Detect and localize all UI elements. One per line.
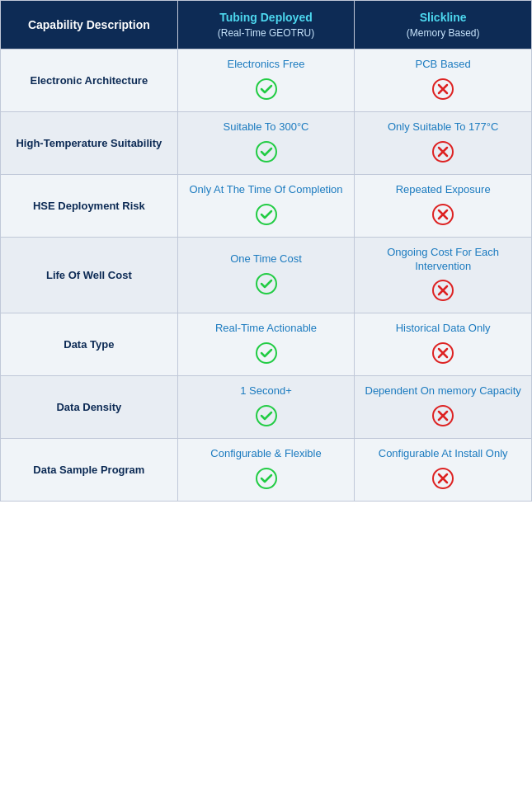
header-tubing-label: Tubing Deployed [219, 11, 313, 24]
svg-point-4 [257, 142, 276, 162]
table-row: Electronic ArchitectureElectronics Free … [1, 49, 532, 112]
check-icon [256, 141, 277, 166]
row-label-3: Life Of Well Cost [1, 237, 178, 313]
cross-icon [432, 468, 454, 492]
svg-point-0 [257, 79, 276, 99]
row-label-2: HSE Deployment Risk [1, 174, 178, 237]
table-row: Data Density1 Second+ Dependent On memor… [1, 376, 532, 439]
row-col3-text-6: Configurable At Install Only [379, 447, 508, 461]
row-col2-text-1: Suitable To 300°C [224, 120, 309, 134]
cross-icon [432, 78, 454, 103]
row-col2-4: Real-Time Actionable [177, 313, 355, 376]
table-row: Data TypeReal-Time Actionable Historical… [1, 313, 532, 376]
row-col3-1: Only Suitable To 177°C [355, 111, 532, 174]
check-icon [256, 78, 277, 103]
row-col3-text-0: PCB Based [416, 58, 471, 72]
table-row: Life Of Well CostOne Time Cost Ongoing C… [1, 237, 532, 313]
cross-icon [432, 141, 454, 166]
check-icon [256, 405, 277, 430]
svg-point-16 [257, 343, 276, 363]
row-col2-3: One Time Cost [177, 237, 355, 313]
header-capability-label: Capability Description [28, 18, 150, 31]
row-col2-0: Electronics Free [177, 49, 355, 112]
cross-icon [432, 342, 454, 367]
cross-icon [432, 405, 454, 430]
check-icon [256, 468, 277, 492]
row-col2-text-2: Only At The Time Of Completion [189, 183, 342, 197]
check-icon [256, 204, 277, 228]
comparison-table: Capability Description Tubing Deployed (… [0, 0, 532, 502]
row-col3-5: Dependent On memory Capacity [355, 376, 532, 439]
cross-icon [432, 280, 454, 304]
row-col2-1: Suitable To 300°C [177, 111, 355, 174]
svg-point-24 [257, 469, 276, 488]
svg-point-12 [257, 274, 276, 294]
header-tubing-subtitle: (Real-Time GEOTRU) [185, 27, 348, 39]
check-icon [256, 342, 277, 367]
check-icon [256, 273, 277, 298]
row-col2-text-4: Real-Time Actionable [215, 322, 317, 336]
table-row: Data Sample ProgramConfigurable & Flexib… [1, 439, 532, 502]
row-col2-text-6: Configurable & Flexible [210, 447, 321, 461]
row-col3-text-5: Dependent On memory Capacity [365, 384, 521, 398]
row-col3-text-1: Only Suitable To 177°C [388, 120, 498, 134]
svg-point-8 [257, 205, 276, 224]
row-col3-text-3: Ongoing Cost For Each Intervention [361, 246, 525, 274]
row-label-6: Data Sample Program [1, 439, 178, 502]
cross-icon [432, 204, 454, 228]
row-label-5: Data Density [1, 376, 178, 439]
row-label-4: Data Type [1, 313, 178, 376]
row-label-0: Electronic Architecture [1, 49, 178, 112]
header-slickline: Slickline (Memory Based) [355, 1, 532, 49]
row-col3-text-4: Historical Data Only [396, 322, 491, 336]
header-slickline-label: Slickline [420, 11, 467, 24]
row-col2-text-0: Electronics Free [228, 58, 305, 72]
row-col3-2: Repeated Exposure [355, 174, 532, 237]
header-slickline-subtitle: (Memory Based) [361, 27, 525, 39]
row-col3-4: Historical Data Only [355, 313, 532, 376]
table-row: HSE Deployment RiskOnly At The Time Of C… [1, 174, 532, 237]
header-tubing: Tubing Deployed (Real-Time GEOTRU) [177, 1, 355, 49]
row-col2-2: Only At The Time Of Completion [177, 174, 355, 237]
row-label-1: High-Temperature Suitability [1, 111, 178, 174]
row-col2-5: 1 Second+ [177, 376, 355, 439]
row-col3-0: PCB Based [355, 49, 532, 112]
row-col3-6: Configurable At Install Only [355, 439, 532, 502]
row-col2-6: Configurable & Flexible [177, 439, 355, 502]
svg-point-20 [257, 406, 276, 426]
row-col2-text-5: 1 Second+ [240, 384, 292, 398]
row-col3-text-2: Repeated Exposure [396, 183, 491, 197]
table-row: High-Temperature SuitabilitySuitable To … [1, 111, 532, 174]
row-col2-text-3: One Time Cost [230, 252, 302, 266]
header-capability: Capability Description [1, 1, 178, 49]
row-col3-3: Ongoing Cost For Each Intervention [355, 237, 532, 313]
